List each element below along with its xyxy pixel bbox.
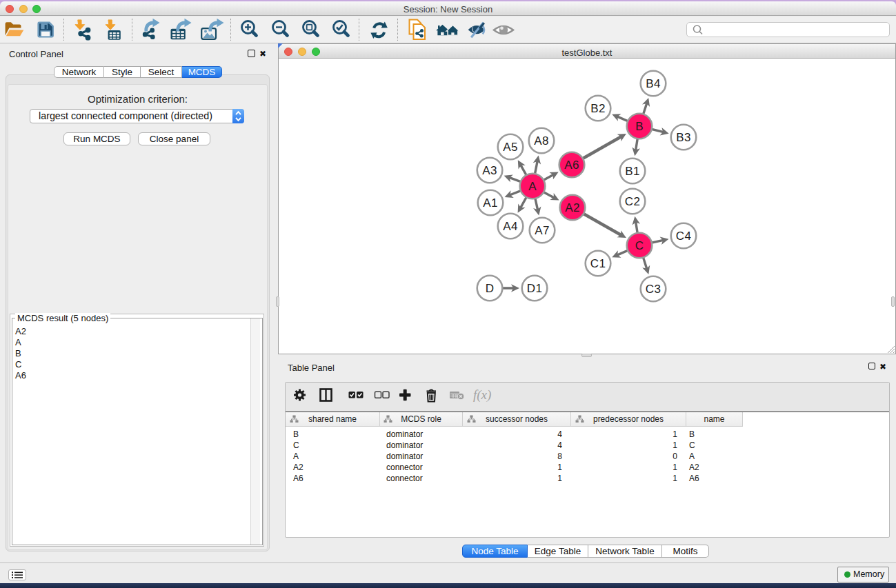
svg-text:B2: B2 (590, 102, 605, 115)
svg-text:A6: A6 (564, 159, 579, 172)
svg-text:A: A (528, 180, 537, 193)
svg-text:C3: C3 (646, 283, 661, 296)
svg-text:C: C (635, 239, 644, 252)
svg-text:C4: C4 (676, 230, 691, 243)
svg-text:A8: A8 (534, 134, 548, 148)
svg-text:A1: A1 (483, 196, 497, 210)
svg-text:A3: A3 (482, 164, 497, 177)
svg-text:A2: A2 (565, 201, 579, 214)
svg-text:A5: A5 (503, 141, 517, 154)
svg-text:B1: B1 (625, 165, 639, 178)
svg-text:B4: B4 (646, 77, 660, 90)
svg-text:C2: C2 (625, 195, 640, 208)
svg-text:D1: D1 (527, 282, 542, 295)
svg-text:A4: A4 (503, 220, 517, 233)
svg-text:B3: B3 (676, 131, 690, 144)
svg-text:D: D (486, 282, 495, 295)
svg-text:C1: C1 (590, 257, 606, 270)
svg-text:A7: A7 (535, 224, 549, 237)
svg-text:B: B (635, 120, 644, 133)
svg-text:f(x): f(x) (473, 387, 491, 403)
